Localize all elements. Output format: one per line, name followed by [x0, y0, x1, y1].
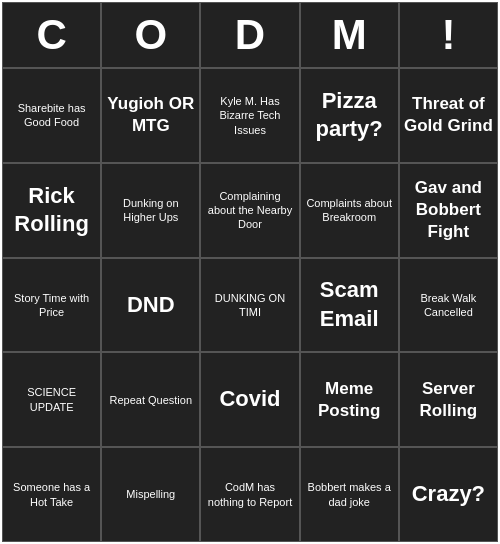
- bingo-cell-10[interactable]: Story Time with Price: [2, 258, 101, 353]
- bingo-cell-13[interactable]: Scam Email: [300, 258, 399, 353]
- bingo-cell-18[interactable]: Meme Posting: [300, 352, 399, 447]
- bingo-cell-20[interactable]: Someone has a Hot Take: [2, 447, 101, 542]
- bingo-cell-23[interactable]: Bobbert makes a dad joke: [300, 447, 399, 542]
- bingo-cell-0[interactable]: Sharebite has Good Food: [2, 68, 101, 163]
- bingo-cell-22[interactable]: CodM has nothing to Report: [200, 447, 299, 542]
- bingo-cell-1[interactable]: Yugioh OR MTG: [101, 68, 200, 163]
- bingo-cell-5[interactable]: Rick Rolling: [2, 163, 101, 258]
- bingo-cell-8[interactable]: Complaints about Breakroom: [300, 163, 399, 258]
- bingo-cell-6[interactable]: Dunking on Higher Ups: [101, 163, 200, 258]
- bingo-cell-21[interactable]: Mispelling: [101, 447, 200, 542]
- bingo-grid: Sharebite has Good FoodYugioh OR MTGKyle…: [2, 68, 498, 542]
- bingo-cell-3[interactable]: Pizza party?: [300, 68, 399, 163]
- header-exclaim: !: [399, 2, 498, 68]
- bingo-cell-4[interactable]: Threat of Gold Grind: [399, 68, 498, 163]
- bingo-cell-15[interactable]: SCIENCE UPDATE: [2, 352, 101, 447]
- bingo-cell-17[interactable]: Covid: [200, 352, 299, 447]
- bingo-cell-7[interactable]: Complaining about the Nearby Door: [200, 163, 299, 258]
- bingo-cell-19[interactable]: Server Rolling: [399, 352, 498, 447]
- bingo-cell-11[interactable]: DND: [101, 258, 200, 353]
- bingo-header: C O D M !: [2, 2, 498, 68]
- bingo-cell-9[interactable]: Gav and Bobbert Fight: [399, 163, 498, 258]
- bingo-card: C O D M ! Sharebite has Good FoodYugioh …: [0, 0, 500, 544]
- bingo-cell-12[interactable]: DUNKING ON TIMI: [200, 258, 299, 353]
- header-d: D: [200, 2, 299, 68]
- header-c: C: [2, 2, 101, 68]
- header-o: O: [101, 2, 200, 68]
- bingo-cell-2[interactable]: Kyle M. Has Bizarre Tech Issues: [200, 68, 299, 163]
- bingo-cell-14[interactable]: Break Walk Cancelled: [399, 258, 498, 353]
- bingo-cell-16[interactable]: Repeat Question: [101, 352, 200, 447]
- bingo-cell-24[interactable]: Crazy?: [399, 447, 498, 542]
- header-m: M: [300, 2, 399, 68]
